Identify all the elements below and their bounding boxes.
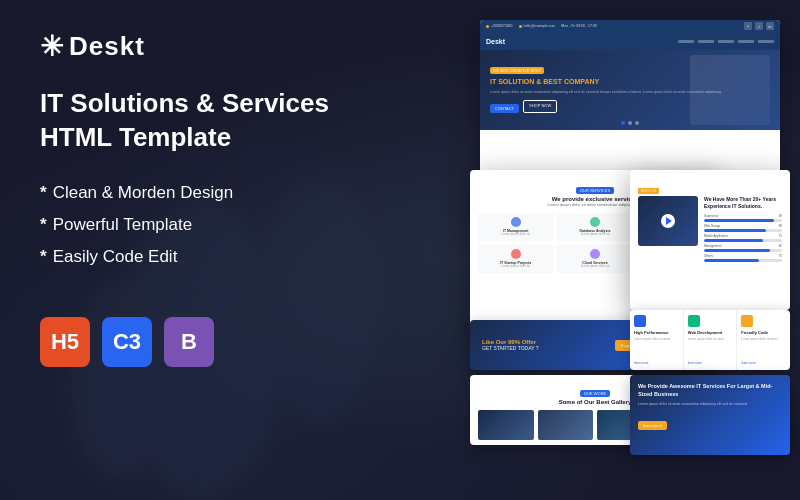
gallery-img-2 [538,410,594,440]
preview-feature-cards: High Performance Lorem ipsum dolor sit a… [630,310,790,370]
cta-text: Like Our 99% Offer GET STARTED TODAY ? [482,339,595,351]
feat-card-1: High Performance Lorem ipsum dolor sit a… [630,310,684,370]
topbar-phone: +0000070460 [486,24,513,28]
feat-name-3: Friendly Code [741,330,786,335]
feature-item-3: Easily Code Edit [40,247,410,267]
service-item-5: Cloud Services Lorem ipsum dolor sit [557,245,632,273]
bootstrap-badge: B [164,317,214,367]
preview-carousel-dots [621,121,639,125]
title-line1: IT Solutions & Services [40,88,329,118]
preview-shop-btn: SHOP NOW [523,100,557,113]
css3-badge: C3 [102,317,152,367]
service-item-1: IT Management Lorem ipsum dolor sit [478,213,553,241]
service-item-4: IT Startup Projects Lorem ipsum dolor si… [478,245,553,273]
left-panel: ✳ Deskt IT Solutions & Services HTML Tem… [0,0,450,500]
html5-badge: H5 [40,317,90,367]
progress-supervisor: Supervisor90 [704,214,782,222]
services-badge: OUR SERVICES [576,187,614,194]
service-icon-2 [590,217,600,227]
main-title: IT Solutions & Services HTML Template [40,87,410,155]
preview-nav-logo: Deskt [486,38,505,45]
feat-icon-3 [741,315,753,327]
preview-hero-badge: WE ARE CREATIVE BEST [490,67,544,74]
it-services-desc: Lorem ipsum dolor sit amet consectetur a… [638,402,782,407]
topbar-socials: f t in [744,22,774,30]
features-list: Clean & Morden Design Powerful Template … [40,183,410,279]
gallery-badge: OUR WORK [580,390,610,397]
feat-name-2: Web Development [688,330,733,335]
it-services-title: We Provide Awesome IT Services For Large… [638,383,782,398]
service-desc-1: Lorem ipsum dolor sit [482,233,549,237]
logo-text: Deskt [69,31,145,62]
title-line2: HTML Template [40,122,231,152]
feat-icon-2 [688,315,700,327]
feat-card-3: Friendly Code Lorem ipsum dolor sit amet… [737,310,790,370]
feat-desc-1: Lorem ipsum dolor sit amet [634,337,679,341]
about-content: We Have More Than 20+ Years Experience I… [638,196,782,264]
feat-btn-3: learn more [741,361,786,365]
preview-it-services-section: We Provide Awesome IT Services For Large… [630,375,790,455]
right-panel: +0000070460 hello@example.com Mon - Fri … [420,0,800,500]
tech-badges: H5 C3 B [40,317,410,367]
feat-icon-1 [634,315,646,327]
service-desc-5: Lorem ipsum dolor sit [561,265,628,269]
logo-area: ✳ Deskt [40,30,410,63]
about-text-content: We Have More Than 20+ Years Experience I… [704,196,782,264]
topbar-email: hello@example.com [519,24,556,28]
about-badge: ABOUT US [638,188,659,194]
preview-about-screenshot: ABOUT US We Have More Than 20+ Years Exp… [630,170,790,310]
feature-item-2: Powerful Template [40,215,410,235]
it-services-btn: learn more [638,421,667,430]
service-icon-5 [590,249,600,259]
topbar-hours: Mon - Fri 09:00 - 17:00 [561,24,597,28]
service-desc-2: Lorem ipsum dolor sit [561,233,628,237]
feat-desc-2: Lorem ipsum dolor sit amet [688,337,733,341]
preview-navbar: Deskt [480,32,780,50]
feat-btn-1: learn more [634,361,679,365]
preview-hero-image [690,55,770,125]
logo-star-icon: ✳ [40,30,63,63]
feat-card-2: Web Development Lorem ipsum dolor sit am… [684,310,738,370]
linkedin-icon: in [766,22,774,30]
service-icon-4 [511,249,521,259]
about-video-thumbnail [638,196,698,246]
feat-name-1: High Performance [634,330,679,335]
progress-others: Others70 [704,254,782,262]
service-icon-1 [511,217,521,227]
progress-management: Management85 [704,244,782,252]
feat-desc-3: Lorem ipsum dolor sit amet [741,337,786,341]
feature-cards-row: High Performance Lorem ipsum dolor sit a… [630,310,790,370]
twitter-icon: t [755,22,763,30]
about-title: We Have More Than 20+ Years Experience I… [704,196,782,210]
facebook-icon: f [744,22,752,30]
service-desc-4: Lorem ipsum dolor sit [482,265,549,269]
feat-btn-2: learn more [688,361,733,365]
preview-nav-links [678,40,774,43]
gallery-img-1 [478,410,534,440]
preview-topbar: +0000070460 hello@example.com Mon - Fri … [480,20,780,32]
preview-contact-btn: CONTACT [490,104,519,113]
service-item-2: Database Analysis Lorem ipsum dolor sit [557,213,632,241]
feature-item-1: Clean & Morden Design [40,183,410,203]
play-button-icon [661,214,675,228]
progress-mobile: Mobile Application75 [704,234,782,242]
preview-hero-section: WE ARE CREATIVE BEST IT SOLUTION & BEST … [480,50,780,130]
cta-title: GET STARTED TODAY ? [482,345,595,351]
progress-webdesign: Web Design80 [704,224,782,232]
